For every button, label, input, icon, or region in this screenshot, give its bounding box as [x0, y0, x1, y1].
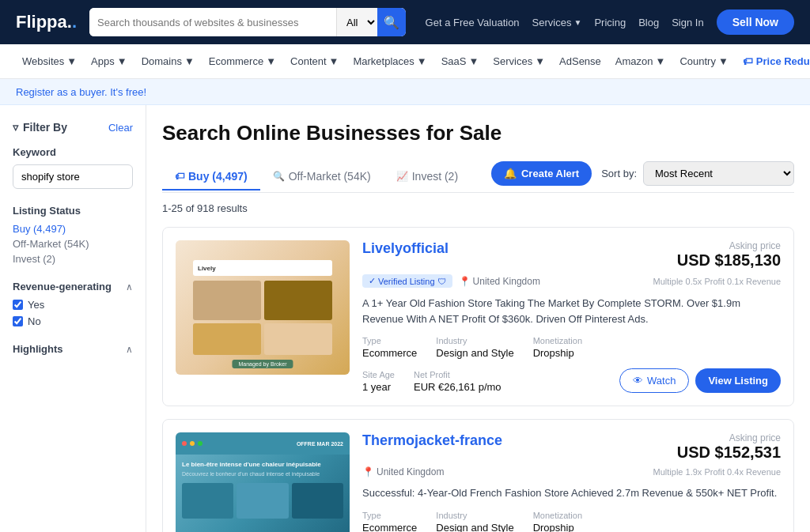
tab-off-market[interactable]: 🔍 Off-Market (54K) — [260, 164, 384, 191]
status-offmarket-text: Off-Market (54K) — [13, 238, 133, 250]
subnav: Websites ▼ Apps ▼ Domains ▼ Ecommerce ▼ … — [0, 44, 810, 79]
listing-status-label: Listing Status — [13, 205, 133, 217]
industry-value: Design and Style — [436, 347, 513, 359]
marketplaces-chevron-icon: ▼ — [417, 55, 427, 67]
listing-price-section-2: Asking price USD $152,531 — [677, 432, 781, 462]
tab-actions: 🔔 Create Alert Sort by: Most Recent Aski… — [491, 161, 794, 192]
keyword-label: Keyword — [13, 146, 133, 158]
asking-price-2: USD $152,531 — [677, 443, 781, 462]
industry-value-2: Design and Style — [436, 522, 513, 533]
keyword-section: Keyword — [13, 146, 133, 189]
net-profit-label: Net Profit — [414, 370, 502, 379]
subnav-item-amazon[interactable]: Amazon ▼ — [609, 52, 672, 70]
revenue-title: Revenue-generating — [13, 281, 112, 292]
create-alert-button[interactable]: 🔔 Create Alert — [491, 161, 592, 186]
chart-icon: 📈 — [396, 171, 408, 182]
location-badge: 📍 United Kingdom — [459, 276, 540, 287]
filter-icon: ▿ — [13, 121, 18, 134]
header: Flippa.. All 🔍 Get a Free Valuation Serv… — [0, 0, 810, 44]
pricing-link[interactable]: Pricing — [594, 17, 626, 28]
search-category-select[interactable]: All — [336, 8, 377, 36]
view-listing-button[interactable]: View Listing — [695, 368, 781, 393]
listing-title-link-2[interactable]: Thermojacket-france — [362, 432, 502, 449]
subnav-item-adsense[interactable]: AdSense — [553, 52, 608, 70]
asking-price-label: Asking price — [677, 240, 781, 251]
tab-invest[interactable]: 📈 Invest (2) — [384, 164, 471, 191]
watch-button[interactable]: 👁 Watch — [619, 368, 689, 393]
status-invest-text: Invest (2) — [13, 253, 133, 265]
listing-status-section: Listing Status Buy (4,497) Off-Market (5… — [13, 205, 133, 265]
listing-thumbnail-2[interactable]: OFFRE MAR 2022 Le bien-être intense d'un… — [176, 432, 350, 532]
register-link[interactable]: Register as a buyer. It's free! — [16, 86, 146, 98]
listing-badges: ✓ Verified Listing 🛡 📍 United Kingdom Mu… — [362, 274, 781, 288]
verified-icon: ✓ — [369, 276, 376, 286]
price-tag-icon: 🏷 — [743, 55, 753, 67]
services-link[interactable]: Services ▼ — [532, 17, 582, 28]
listing-thumbnail[interactable]: Lively Managed by Broker — [176, 240, 350, 375]
tab-buy[interactable]: 🏷 Buy (4,497) — [162, 164, 260, 191]
asking-price: USD $185,130 — [677, 251, 781, 270]
subnav-item-websites[interactable]: Websites ▼ — [16, 52, 83, 70]
search-bar: All 🔍 — [89, 8, 406, 36]
country-chevron-icon: ▼ — [718, 55, 729, 67]
blog-link[interactable]: Blog — [638, 17, 659, 28]
subnav-item-saas[interactable]: SaaS ▼ — [435, 52, 486, 70]
revenue-header[interactable]: Revenue-generating ∧ — [13, 281, 133, 292]
search-input[interactable] — [89, 8, 336, 36]
subnav-item-content[interactable]: Content ▼ — [284, 52, 345, 70]
keyword-input[interactable] — [13, 164, 133, 189]
sort-label: Sort by: — [601, 168, 637, 179]
listing-meta-2: Type Ecommerce Industry Design and Style… — [362, 511, 781, 533]
revenue-yes-checkbox[interactable]: Yes — [13, 299, 133, 311]
asking-price-label-2: Asking price — [677, 432, 781, 443]
sort-select[interactable]: Most Recent Asking Price: Low to High As… — [643, 161, 794, 186]
eye-icon: 👁 — [633, 375, 643, 387]
monetization-label: Monetization — [533, 336, 582, 345]
meta-type: Type Ecommerce — [362, 336, 417, 359]
type-label-2: Type — [362, 511, 417, 520]
logo[interactable]: Flippa.. — [16, 12, 77, 32]
type-value: Ecommerce — [362, 347, 417, 359]
sell-now-button[interactable]: Sell Now — [717, 9, 794, 35]
valuation-link[interactable]: Get a Free Valuation — [426, 17, 520, 28]
meta-monetization-2: Monetization Dropship — [533, 511, 582, 533]
subnav-item-domains[interactable]: Domains ▼ — [135, 52, 201, 70]
search-button[interactable]: 🔍 — [377, 8, 406, 36]
subnav-item-services[interactable]: Services ▼ — [486, 52, 551, 70]
status-buy-link[interactable]: Buy (4,497) — [13, 223, 133, 235]
saas-chevron-icon: ▼ — [468, 55, 479, 67]
meta-site-age: Site Age 1 year — [362, 370, 395, 393]
page-title: Search Online Businesses for Sale — [162, 121, 794, 145]
subnav-item-country[interactable]: Country ▼ — [673, 52, 734, 70]
clear-filters-link[interactable]: Clear — [108, 122, 133, 134]
services-chevron-icon: ▼ — [573, 18, 581, 27]
register-bar: Register as a buyer. It's free! — [0, 79, 810, 105]
filter-header: ▿ Filter By Clear — [13, 121, 133, 134]
highlights-header[interactable]: Highlights ∧ — [13, 343, 133, 355]
subnav-item-apps[interactable]: Apps ▼ — [85, 52, 134, 70]
monetization-value: Dropship — [533, 347, 582, 359]
industry-label-2: Industry — [436, 511, 513, 520]
highlights-title: Highlights — [13, 343, 63, 355]
subnav-item-ecommerce[interactable]: Ecommerce ▼ — [202, 52, 282, 70]
header-nav: Get a Free Valuation Services ▼ Pricing … — [426, 9, 794, 35]
listing-title-link[interactable]: Livelyofficial — [362, 240, 449, 257]
tag-icon: 🏷 — [175, 171, 184, 182]
location-icon: 📍 — [459, 276, 471, 287]
listing-body: Livelyofficial Asking price USD $185,130… — [362, 240, 781, 393]
site-age-label: Site Age — [362, 370, 395, 379]
listing-description: A 1+ Year Old Fashion Store Taking The M… — [362, 296, 781, 326]
revenue-no-checkbox[interactable]: No — [13, 315, 133, 327]
tabs-row: 🏷 Buy (4,497) 🔍 Off-Market (54K) 📈 Inves… — [162, 161, 794, 193]
net-profit-value: EUR €26,161 p/mo — [414, 381, 502, 393]
listing-description-2: Successful: 4-Year-Old French Fashion St… — [362, 485, 781, 501]
content-area: Search Online Businesses for Sale 🏷 Buy … — [146, 105, 810, 532]
meta-industry-2: Industry Design and Style — [436, 511, 513, 533]
multiples-badge-2: Multiple 1.9x Profit 0.4x Revenue — [653, 467, 781, 477]
subnav-item-marketplaces[interactable]: Marketplaces ▼ — [346, 52, 433, 70]
verified-badge: ✓ Verified Listing 🛡 — [362, 274, 452, 288]
subnav-item-price-reduced[interactable]: 🏷 Price Reduced — [736, 52, 810, 70]
type-value-2: Ecommerce — [362, 522, 417, 533]
signin-link[interactable]: Sign In — [672, 17, 703, 28]
listing-meta: Type Ecommerce Industry Design and Style… — [362, 336, 781, 359]
